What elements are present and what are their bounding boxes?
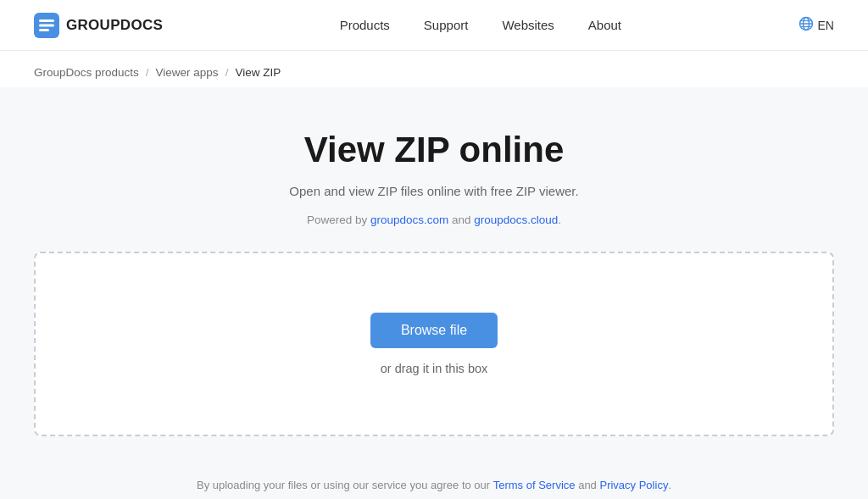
svg-rect-1 <box>39 19 54 22</box>
breadcrumb-separator-1: / <box>146 66 149 79</box>
language-selector[interactable]: EN <box>798 16 834 34</box>
breadcrumb: GroupDocs products / Viewer apps / View … <box>0 51 868 87</box>
terms-of-service-link[interactable]: Terms of Service <box>493 479 576 491</box>
site-header: GROUPDOCS Products Support Websites Abou… <box>0 0 868 51</box>
page-title: View ZIP online <box>304 130 565 170</box>
terms-suffix: . <box>668 479 671 491</box>
breadcrumb-current: View ZIP <box>235 66 281 79</box>
logo-icon <box>34 13 59 38</box>
lang-label: EN <box>818 19 834 32</box>
powered-by-and: and <box>448 213 474 226</box>
groupdocs-cloud-link[interactable]: groupdocs.cloud <box>474 213 558 226</box>
powered-by-prefix: Powered by <box>307 213 370 226</box>
main-content: View ZIP online Open and view ZIP files … <box>0 87 868 499</box>
main-nav: Products Support Websites About <box>340 18 621 32</box>
page-subtitle: Open and view ZIP files online with free… <box>289 184 578 198</box>
nav-websites[interactable]: Websites <box>502 18 554 32</box>
powered-by-suffix: . <box>558 213 561 226</box>
breadcrumb-separator-2: / <box>225 66 229 79</box>
svg-rect-2 <box>39 24 54 26</box>
terms-and: and <box>576 479 600 491</box>
terms-prefix: By uploading your files or using our ser… <box>197 479 493 491</box>
terms-notice: By uploading your files or using our ser… <box>163 462 705 499</box>
powered-by: Powered by groupdocs.com and groupdocs.c… <box>307 213 561 226</box>
drag-hint-text: or drag it in this box <box>381 362 488 375</box>
upload-drop-zone[interactable]: Browse file or drag it in this box <box>34 252 834 436</box>
browse-file-button[interactable]: Browse file <box>370 313 498 348</box>
nav-products[interactable]: Products <box>340 18 390 32</box>
nav-about[interactable]: About <box>588 18 621 32</box>
logo-text: GROUPDOCS <box>66 17 163 34</box>
breadcrumb-viewer[interactable]: Viewer apps <box>156 66 219 79</box>
globe-icon <box>798 16 814 34</box>
groupdocs-com-link[interactable]: groupdocs.com <box>370 213 448 226</box>
nav-support[interactable]: Support <box>424 18 469 32</box>
svg-rect-3 <box>39 29 49 31</box>
logo[interactable]: GROUPDOCS <box>34 13 163 38</box>
privacy-policy-link[interactable]: Privacy Policy <box>599 479 668 491</box>
breadcrumb-home[interactable]: GroupDocs products <box>34 66 139 79</box>
